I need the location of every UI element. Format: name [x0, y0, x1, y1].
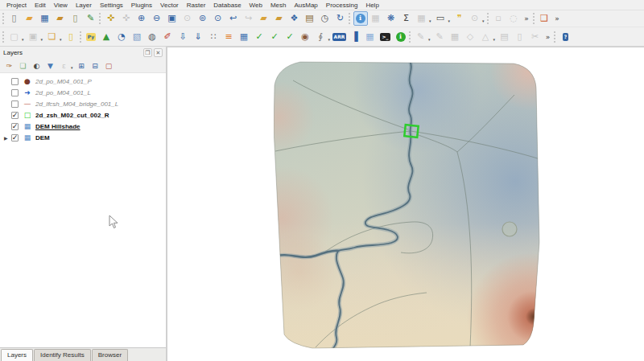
raster-image-icon[interactable]: ▦ ▾	[237, 30, 251, 44]
refresh-icon[interactable]: ↻ ▾	[333, 11, 348, 26]
zoom-last-icon[interactable]: ↩ ▾	[226, 11, 241, 26]
new-bookmark-icon[interactable]: ▰ ▾	[257, 11, 271, 26]
show-bookmarks-icon[interactable]: ▰ ▾	[272, 11, 287, 26]
map-tips-icon[interactable]: ❞ ▾	[452, 11, 467, 26]
temporal-controller-icon[interactable]: ◷ ▾	[318, 11, 332, 26]
remove-layer-icon[interactable]: ▢ ▾	[102, 59, 115, 72]
menu-item[interactable]: Web	[246, 1, 266, 10]
overflow-chevron-icon[interactable]: » ▾	[543, 30, 553, 44]
menu-item[interactable]: Raster	[183, 1, 210, 10]
toggle-editing-icon[interactable]: ✎ ▾	[432, 30, 447, 44]
attribute-table-icon[interactable]: ▦ ▾	[369, 11, 383, 26]
terminal-icon[interactable]: >_ ▾	[378, 30, 393, 44]
check-number-icon[interactable]: ✓ ▾	[283, 30, 297, 44]
current-edits-icon[interactable]: ✎ ▾	[414, 30, 428, 44]
menu-item[interactable]: Plugins	[127, 1, 156, 10]
delete-selected-icon[interactable]: ▯ ▾	[513, 30, 527, 44]
menu-item[interactable]: Edit	[31, 1, 50, 10]
download-data-icon[interactable]: ⇓ ▾	[191, 30, 205, 44]
bear-plugin-icon[interactable]: ◉ ▾	[298, 30, 312, 44]
layer-checkbox[interactable]: ✓	[11, 123, 19, 130]
red-annotation-icon[interactable]: ✐ ▾	[160, 30, 175, 44]
bookmark-ribbon-icon[interactable]: ❖ ▾	[287, 11, 302, 26]
pan-to-selection-icon[interactable]: ✜ ▾	[119, 11, 134, 26]
layer-checkbox[interactable]: ✓	[11, 78, 19, 85]
menu-item[interactable]: Layer	[72, 1, 96, 10]
zoom-actions-icon[interactable]: ⊙ ▾	[468, 11, 482, 26]
check-style-icon[interactable]: ✓ ▾	[252, 30, 266, 44]
add-feature-icon[interactable]: ◇ ▾	[463, 30, 477, 44]
select-features-icon[interactable]: ▢ ▾	[7, 30, 22, 44]
layer-row[interactable]: ✓ ▦ DEM Hillshade	[0, 121, 166, 132]
check-globe-icon[interactable]: ✓ ▾	[267, 30, 282, 44]
annotation-icon[interactable]: ▫ ▾	[491, 11, 506, 26]
project-properties-icon[interactable]: ▰ ▾	[53, 11, 68, 26]
menu-item[interactable]: Project	[2, 1, 31, 10]
download-icon[interactable]: ⇩ ▾	[175, 30, 190, 44]
layer-checkbox[interactable]: ✓	[11, 134, 19, 142]
layer-row[interactable]: ✓ ● 2d_po_M04_001_P	[0, 76, 166, 87]
layer-checkbox[interactable]: ✓	[11, 112, 19, 119]
annotation-ball-icon[interactable]: ◌ ▾	[506, 11, 521, 26]
toolbar-grip[interactable]: ▾	[99, 12, 103, 25]
layer-styling-icon[interactable]: ✑ ▾	[3, 59, 16, 72]
zoom-in-icon[interactable]: ⊕ ▾	[134, 11, 149, 26]
menu-item[interactable]: Processing	[322, 1, 362, 10]
globe-shield-icon[interactable]: ◍ ▾	[145, 30, 159, 44]
overflow-chevron-icon[interactable]: » ▾	[522, 11, 531, 26]
collapse-all-icon[interactable]: ⊟ ▾	[89, 59, 101, 72]
mesh-grid-icon[interactable]: ▦ ▾	[363, 30, 378, 44]
expand-all-icon[interactable]: ⊞ ▾	[75, 59, 88, 72]
processing-toolbox-icon[interactable]: ❋ ▾	[384, 11, 398, 26]
menu-item[interactable]: Vector	[156, 1, 183, 10]
zoom-next-icon[interactable]: ↪ ▾	[242, 11, 256, 26]
toolbar-grip[interactable]: ▾	[349, 12, 353, 25]
panel-tab[interactable]: Browser	[92, 349, 128, 361]
toolbar-grip[interactable]: ▾	[79, 31, 83, 43]
menu-item[interactable]: View	[50, 1, 72, 10]
blue-map-icon[interactable]: ▧ ▾	[130, 30, 144, 44]
modify-attributes-icon[interactable]: ▤ ▾	[497, 30, 512, 44]
zoom-full-icon[interactable]: ▣ ▾	[165, 11, 180, 26]
help-icon[interactable]: ? ▾	[559, 30, 573, 44]
legend-bars-icon[interactable]: ≡ ▾	[221, 30, 236, 44]
new-map-view-icon[interactable]: ▦ ▾	[415, 11, 429, 26]
panel-close-icon[interactable]: ✕	[154, 48, 163, 57]
deselect-features-icon[interactable]: ▣ ▾	[26, 30, 40, 44]
blue-document-icon[interactable]: ▐ ▾	[348, 30, 362, 44]
green-identify-icon[interactable]: ℹ ▾	[394, 30, 408, 44]
arr-plugin-icon[interactable]: ARR ▾	[332, 30, 347, 44]
toolbar-grip[interactable]: ▾	[486, 12, 490, 25]
map-canvas[interactable]	[167, 47, 644, 361]
toolbar-grip[interactable]: ▾	[2, 31, 6, 43]
cut-features-icon[interactable]: ✂ ▾	[528, 30, 543, 44]
measure-icon[interactable]: ▭ ▾	[433, 11, 448, 26]
pan-map-icon[interactable]: ✜ ▾	[104, 11, 118, 26]
layer-row[interactable]: ✓ □ 2d_zsh_M02_cut_002_R	[0, 109, 166, 121]
toolbar-grip[interactable]: ▾	[554, 31, 558, 43]
tcp-tool-icon[interactable]: ∷ ▾	[206, 30, 221, 44]
layer-row[interactable]: ▶ ✓ ▦ DEM	[0, 132, 166, 143]
layer-row[interactable]: ✓ — 2d_lfcsh_M04_bridge_001_L	[0, 98, 166, 109]
layer-checkbox[interactable]: ✓	[11, 101, 19, 108]
menu-item[interactable]: Help	[361, 1, 382, 10]
toolbar-grip[interactable]: ▾	[409, 31, 413, 43]
python-console-icon[interactable]: Py ▾	[84, 30, 98, 44]
save-edits-icon[interactable]: ▦ ▾	[448, 30, 462, 44]
vertex-tool-icon[interactable]: △ ▾	[478, 30, 493, 44]
zoom-out-icon[interactable]: ⊖ ▾	[150, 11, 164, 26]
open-project-icon[interactable]: ▰ ▾	[23, 11, 37, 26]
zoom-to-layer-icon[interactable]: ⊙ ▾	[211, 11, 225, 26]
menu-item[interactable]: Database	[209, 1, 245, 10]
panel-tab[interactable]: Identify Results	[34, 349, 91, 361]
identify-features-icon[interactable]: ℹ ▾	[353, 11, 368, 26]
toolbar-grip[interactable]: ▾	[532, 12, 536, 25]
layer-expander-icon[interactable]: ▶	[4, 135, 11, 141]
style-manager-icon[interactable]: ✎ ▾	[84, 11, 98, 26]
overflow-chevron-icon[interactable]: » ▾	[552, 11, 562, 26]
panel-dock-icon[interactable]: ❐	[143, 48, 152, 57]
circle-refresh-icon[interactable]: ◔ ▾	[114, 30, 129, 44]
bookmark-book-icon[interactable]: ▤ ▾	[303, 11, 317, 26]
attachment-icon[interactable]: ∮ ▾	[313, 30, 328, 44]
layer-row[interactable]: ✓ ➜ 2d_po_M04_001_L	[0, 87, 166, 98]
